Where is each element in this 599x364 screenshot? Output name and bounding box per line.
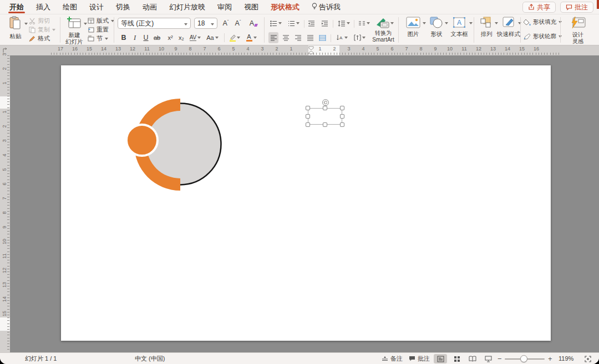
selection-handle[interactable] (340, 114, 344, 119)
format-painter-icon (29, 35, 35, 42)
selection-handle[interactable] (340, 106, 344, 110)
editing-canvas[interactable] (10, 55, 599, 352)
cut-button[interactable]: 剪切 (29, 17, 50, 25)
comments-toggle[interactable]: 批注 (409, 353, 430, 364)
shape-outline-button[interactable]: 形状轮廓 (524, 33, 562, 40)
notes-toggle[interactable]: 备注 (382, 353, 403, 364)
slide-sorter-view-button[interactable] (450, 354, 464, 363)
ruler-number: 13 (115, 46, 121, 52)
increase-indent-button[interactable] (319, 18, 329, 29)
indent-marker[interactable] (308, 46, 314, 55)
selection-handle[interactable] (306, 114, 310, 119)
align-right-button[interactable] (293, 32, 303, 43)
align-center-button[interactable] (281, 32, 291, 43)
fit-to-window-button[interactable] (581, 354, 595, 363)
share-button[interactable]: 共享 (522, 2, 556, 13)
align-left-button[interactable] (268, 32, 278, 43)
layout-button[interactable]: 版式 (88, 17, 114, 25)
paste-button[interactable]: 粘贴 (4, 16, 27, 39)
subscript-button[interactable]: x₂ (176, 32, 186, 43)
decrease-indent-button[interactable] (306, 18, 316, 29)
zoom-out-button[interactable]: − (498, 353, 502, 364)
section-button[interactable]: 节 (88, 34, 108, 43)
numbering-button[interactable] (286, 18, 301, 29)
zoom-slider[interactable] (505, 358, 545, 360)
slide[interactable] (61, 65, 551, 341)
character-spacing-button[interactable]: AV (189, 32, 202, 43)
tab-view[interactable]: 视图 (241, 0, 262, 14)
ruler-number: 15 (87, 46, 92, 52)
language-indicator[interactable]: 中文 (中国) (135, 353, 165, 364)
clear-formatting-button[interactable]: A (248, 18, 258, 29)
font-size-combo[interactable]: 18 (194, 18, 217, 29)
selection-handle[interactable] (340, 122, 344, 127)
ruler-number: 14 (2, 295, 7, 303)
textbox-button[interactable]: A 文本框 (448, 17, 470, 37)
quick-styles-dropdown[interactable] (518, 22, 521, 24)
distribute-text-button[interactable] (317, 32, 327, 43)
font-name-combo[interactable]: 等线 (正文) (118, 18, 191, 29)
zoom-slider-knob[interactable] (520, 355, 527, 362)
format-painter-button[interactable]: 格式 (29, 34, 50, 43)
italic-button[interactable]: I (130, 32, 140, 43)
normal-view-button[interactable] (434, 354, 447, 363)
ruler-number: 4 (246, 46, 249, 52)
ruler-number: 8 (189, 46, 191, 52)
tab-tell-me[interactable]: 告诉我 (308, 0, 344, 14)
paste-dropdown[interactable] (24, 23, 28, 25)
tab-design[interactable]: 设计 (86, 0, 107, 14)
shapes-button[interactable]: 形状 (427, 17, 446, 37)
tab-draw[interactable]: 绘图 (59, 0, 80, 14)
tab-animations[interactable]: 动画 (139, 0, 160, 14)
shape-fill-button[interactable]: 形状填充 (524, 18, 562, 26)
convert-smartart-button[interactable] (374, 16, 395, 30)
selection-handle[interactable] (306, 106, 310, 110)
zoom-in-button[interactable]: + (548, 353, 552, 364)
arrange-button[interactable]: 排列 (477, 17, 496, 37)
tab-review[interactable]: 审阅 (214, 0, 235, 14)
selection-handle[interactable] (323, 122, 327, 127)
font-color-button[interactable]: A (244, 32, 258, 43)
superscript-button[interactable]: x² (165, 32, 175, 43)
vertical-ruler[interactable]: 321123456789101112131415 (0, 55, 10, 352)
design-ideas-button[interactable]: 设计灵感 (566, 16, 590, 45)
picture-button[interactable]: 图片 (403, 17, 424, 37)
highlight-color-button[interactable] (227, 32, 242, 43)
line-spacing-button[interactable] (336, 18, 352, 29)
slideshow-view-button[interactable] (481, 354, 495, 363)
increase-font-button[interactable]: Aˆ (221, 18, 231, 29)
columns-button[interactable] (356, 18, 372, 29)
text-direction-button[interactable]: A (334, 32, 349, 43)
copy-button[interactable]: 复制 (29, 25, 55, 34)
highlighter-icon (229, 34, 236, 42)
strikethrough-button[interactable]: ab (152, 32, 162, 43)
small-orange-circle-shape[interactable] (126, 125, 158, 156)
reset-button[interactable]: 重置 (88, 25, 109, 34)
ruler-number: 6 (2, 180, 7, 188)
new-slide-button[interactable]: 新建幻灯片 (63, 16, 85, 45)
textbox-dropdown[interactable] (469, 22, 473, 24)
reading-view-button[interactable] (466, 354, 479, 363)
horizontal-ruler[interactable]: 1716151413121110987654321123456789101112… (0, 45, 599, 55)
tab-home[interactable]: 开始 (6, 0, 27, 14)
tab-slideshow[interactable]: 幻灯片放映 (166, 0, 209, 14)
rotation-handle[interactable] (322, 99, 329, 106)
tab-insert[interactable]: 插入 (33, 0, 54, 14)
decrease-font-button[interactable]: Aˇ (233, 18, 243, 29)
selection-handle[interactable] (323, 106, 327, 110)
comments-button[interactable]: 批注 (560, 2, 593, 13)
tab-transitions[interactable]: 切换 (113, 0, 134, 14)
selected-textbox[interactable] (308, 108, 342, 125)
underline-button[interactable]: U (141, 32, 151, 43)
align-text-button[interactable] (352, 32, 367, 43)
tab-shape-format[interactable]: 形状格式 (267, 0, 303, 14)
selection-handle[interactable] (306, 122, 310, 127)
zoom-percent[interactable]: 119% (559, 353, 573, 364)
bold-button[interactable]: B (119, 32, 129, 43)
justify-button[interactable] (305, 32, 315, 43)
change-case-button[interactable]: Aa (205, 32, 220, 43)
bullets-button[interactable] (268, 18, 283, 29)
new-slide-dropdown[interactable] (84, 23, 87, 25)
picture-dropdown[interactable] (423, 22, 426, 24)
quick-styles-button[interactable]: 快速样式 (497, 17, 520, 37)
